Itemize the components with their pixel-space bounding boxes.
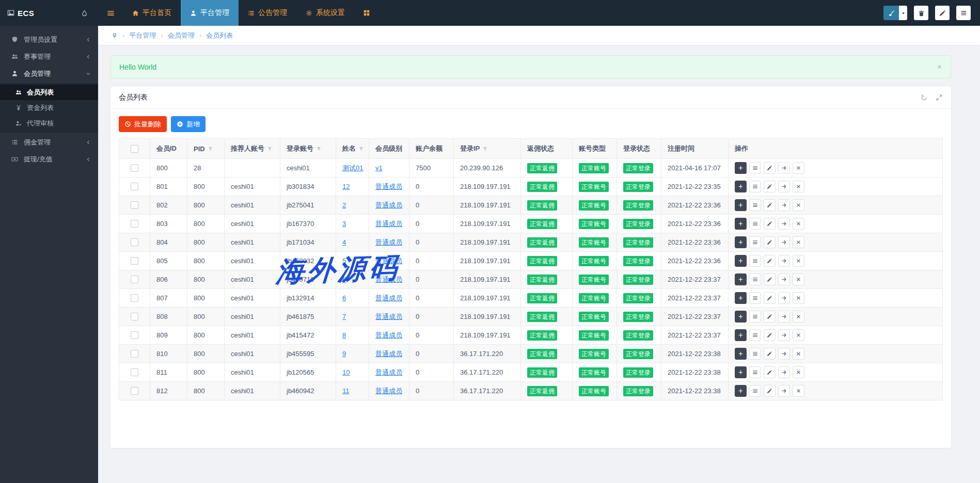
edit-row-button[interactable] (764, 273, 776, 285)
delete-row-button[interactable] (793, 199, 804, 211)
transfer-button[interactable] (778, 329, 790, 341)
row-checkbox[interactable] (131, 368, 138, 376)
logo[interactable]: ECS (0, 0, 98, 26)
expand-row-button[interactable] (735, 181, 747, 192)
member-name-link[interactable]: 10 (342, 368, 350, 376)
transfer-button[interactable] (778, 292, 790, 304)
row-checkbox[interactable] (131, 294, 138, 302)
detail-button[interactable] (749, 348, 761, 360)
transfer-button[interactable] (778, 385, 790, 397)
filter-icon[interactable] (208, 146, 213, 152)
member-level-link[interactable]: 普通成员 (375, 368, 402, 376)
expand-row-button[interactable] (735, 311, 747, 323)
delete-row-button[interactable] (793, 329, 804, 341)
member-name-link[interactable]: 测试01 (342, 164, 363, 172)
member-level-link[interactable]: 普通成员 (375, 331, 402, 339)
expand-row-button[interactable] (735, 366, 747, 378)
member-name-link[interactable]: 7 (342, 313, 346, 320)
edit-row-button[interactable] (764, 311, 776, 323)
delete-row-button[interactable] (793, 385, 804, 397)
delete-row-button[interactable] (793, 348, 804, 360)
sidebar-item-commission[interactable]: 佣金管理 (0, 134, 98, 151)
expand-row-button[interactable] (735, 292, 747, 304)
apps-grid-icon[interactable] (354, 0, 379, 26)
edit-row-button[interactable] (764, 348, 776, 360)
transfer-button[interactable] (778, 366, 790, 378)
member-level-link[interactable]: 普通成员 (375, 313, 402, 320)
member-name-link[interactable]: 6 (342, 276, 346, 283)
member-name-link[interactable]: 8 (342, 331, 346, 339)
expand-row-button[interactable] (735, 199, 747, 211)
row-checkbox[interactable] (131, 220, 138, 228)
expand-row-button[interactable] (735, 329, 747, 341)
nav-notice[interactable]: 公告管理 (239, 0, 296, 26)
detail-button[interactable] (749, 181, 761, 192)
breadcrumb-item[interactable]: 平台管理 (129, 31, 156, 39)
edit-row-button[interactable] (764, 385, 776, 397)
edit-row-button[interactable] (764, 218, 776, 230)
transfer-button[interactable] (778, 255, 790, 267)
member-name-link[interactable]: 12 (342, 183, 350, 190)
trash-button[interactable] (914, 6, 928, 20)
transfer-button[interactable] (778, 273, 790, 285)
edit-row-button[interactable] (764, 162, 776, 174)
add-button[interactable]: 新增 (171, 116, 206, 132)
delete-row-button[interactable] (793, 273, 804, 285)
edit-row-button[interactable] (764, 199, 776, 211)
detail-button[interactable] (749, 218, 761, 230)
row-checkbox[interactable] (131, 387, 138, 395)
breadcrumb-item[interactable]: 会员管理 (168, 31, 195, 39)
expand-row-button[interactable] (735, 385, 747, 397)
sidebar-item-admin-settings[interactable]: 管理员设置 (0, 31, 98, 48)
alert-close-icon[interactable] (937, 64, 942, 70)
transfer-button[interactable] (778, 218, 790, 230)
detail-button[interactable] (749, 311, 761, 323)
expand-row-button[interactable] (735, 255, 747, 267)
filter-icon[interactable] (267, 146, 273, 152)
edit-button[interactable] (935, 6, 950, 20)
expand-row-button[interactable] (735, 218, 747, 230)
member-name-link[interactable]: 9 (342, 350, 346, 358)
expand-row-button[interactable] (735, 162, 747, 174)
member-level-link[interactable]: 普通成员 (375, 276, 402, 283)
expand-row-button[interactable] (735, 273, 747, 285)
member-name-link[interactable]: 2 (342, 201, 346, 209)
member-level-link[interactable]: v1 (375, 164, 383, 172)
filter-icon[interactable] (316, 146, 322, 152)
nav-home[interactable]: 平台首页 (123, 0, 181, 26)
sidebar-item-member-management[interactable]: 会员管理 (0, 65, 98, 82)
detail-button[interactable] (749, 366, 761, 378)
breadcrumb-item[interactable]: 会员列表 (206, 31, 233, 39)
transfer-button[interactable] (778, 199, 790, 211)
member-name-link[interactable]: 4 (342, 238, 346, 246)
member-level-link[interactable]: 普通成员 (375, 387, 402, 395)
filter-icon[interactable] (358, 146, 364, 152)
expand-row-button[interactable] (735, 236, 747, 248)
delete-row-button[interactable] (793, 181, 804, 192)
row-checkbox[interactable] (131, 183, 138, 190)
member-name-link[interactable]: 5 (342, 257, 346, 265)
edit-row-button[interactable] (764, 366, 776, 378)
member-level-link[interactable]: 普通成员 (375, 220, 402, 228)
droplet-icon[interactable] (81, 10, 88, 17)
sidebar-subitem-agent-review[interactable]: 代理审核 (0, 116, 98, 131)
row-checkbox[interactable] (131, 276, 138, 283)
member-name-link[interactable]: 3 (342, 220, 346, 228)
theme-dropdown[interactable] (899, 6, 907, 20)
delete-row-button[interactable] (793, 162, 804, 174)
filter-icon[interactable] (482, 146, 488, 152)
member-level-link[interactable]: 普通成员 (375, 350, 402, 358)
batch-delete-button[interactable]: 批量删除 (119, 116, 167, 132)
edit-row-button[interactable] (764, 181, 776, 192)
theme-button[interactable] (883, 6, 907, 20)
transfer-button[interactable] (778, 348, 790, 360)
menu-button[interactable] (956, 6, 971, 20)
detail-button[interactable] (749, 273, 761, 285)
hamburger-icon[interactable] (98, 0, 123, 26)
delete-row-button[interactable] (793, 218, 804, 230)
row-checkbox[interactable] (131, 164, 138, 172)
refresh-icon[interactable] (921, 94, 928, 101)
theme-button-main[interactable] (883, 6, 899, 20)
sidebar-item-withdraw-recharge[interactable]: 提现/充值 (0, 151, 98, 168)
row-checkbox[interactable] (131, 257, 138, 265)
